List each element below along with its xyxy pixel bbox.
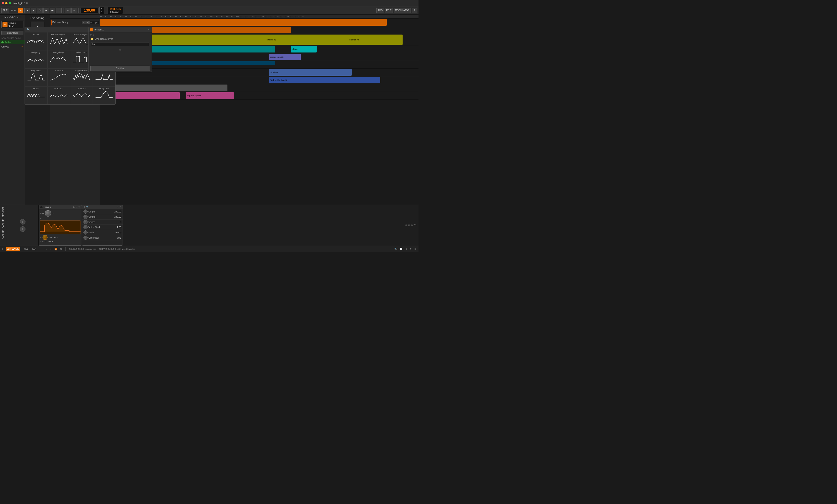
curves-plugin: Curves ⚙ ✕ ▼ 1.00 Hz ↔ (39, 205, 82, 246)
status-download-icon[interactable]: ⬇ (405, 248, 407, 250)
terrain-add-icon[interactable]: + (93, 34, 94, 36)
stop-button[interactable]: ■ (24, 8, 30, 13)
curve-cell-harm-triangles-i[interactable]: Harm-Triangles I (48, 32, 70, 50)
curve-cell-holy-stupa[interactable]: Holy Stupa (25, 69, 48, 86)
grid-icon-3: ⊞ (411, 224, 413, 227)
curve-cell-hedgehog-i[interactable]: Hedgehog I (25, 50, 48, 68)
edit-pencil-icon[interactable]: ✏ (40, 236, 42, 239)
glide-knob[interactable] (84, 236, 88, 240)
confirm-button[interactable]: Confirm (90, 66, 150, 71)
traffic-lights[interactable] (2, 2, 11, 4)
ruler-num-83: 83 (170, 16, 175, 18)
bar-position-display[interactable]: 99.3.2.36 3:02.003 (108, 7, 123, 14)
curve-cell-hedgehog-ii[interactable]: Hedgehog II (48, 50, 70, 68)
shift-hint: SHIFT+DOUBLE-CLICK Insert favorites (99, 248, 135, 250)
curve-cell-mirrored-ii[interactable]: Mirrored II (70, 86, 93, 104)
curve-waveform-5 (49, 54, 69, 64)
terrain-lfo-label: lfo (90, 47, 150, 53)
track-row-gray (100, 84, 418, 92)
status-file-icon[interactable]: 📄 (400, 248, 403, 250)
terrain-close-btn[interactable]: ✕ (148, 28, 150, 31)
curve-cell-moby-dick[interactable]: Moby Dick (93, 86, 115, 104)
ruler-num-131: 131 (290, 16, 295, 18)
loop-button[interactable]: ⟳ (37, 8, 42, 13)
output-value-2: 100.00 (114, 216, 121, 218)
close-button[interactable] (2, 2, 4, 4)
kickbass-solo-btn[interactable]: M (86, 21, 89, 24)
voices-knob[interactable] (84, 220, 88, 224)
help-button[interactable]: ? (412, 8, 417, 13)
mix-tab[interactable]: MIX (23, 247, 29, 250)
tool-select[interactable]: ■ (55, 248, 57, 250)
plugin-main-knob[interactable] (45, 210, 51, 217)
tab-close-icon[interactable]: ✕ (26, 2, 28, 4)
curve-cell-ghost[interactable]: Ghost (25, 32, 48, 50)
add-button[interactable]: ADD (376, 8, 384, 13)
output-knob-1[interactable] (84, 209, 88, 213)
file-button[interactable]: FILE (1, 8, 9, 13)
forward-button[interactable]: ⏭ (50, 8, 55, 13)
edit-tab[interactable]: EDIT (31, 247, 38, 250)
status-grid-icon[interactable]: ⊞ (414, 248, 416, 250)
tab-label: frosch_21* (13, 2, 25, 4)
terrain-search-input[interactable] (91, 42, 149, 46)
sc-glocken-clip[interactable]: SC for Glocken #3 (269, 77, 380, 83)
terrain-header: Terrain 1 ✕ (88, 27, 152, 32)
kaputte-clip-2[interactable]: kaputte sparse (186, 92, 234, 99)
mode-knob[interactable] (84, 230, 88, 235)
curve-cell-march[interactable]: March (25, 86, 48, 104)
bazille-tab[interactable]: BAZILLE (2, 219, 4, 228)
edit-toolbar-button[interactable]: EDIT (385, 8, 393, 13)
add-device-btn[interactable]: + (20, 219, 25, 224)
plugin-arrow-icon[interactable]: ▼ (78, 206, 80, 208)
metronome-button[interactable]: ♩ (56, 8, 61, 13)
modulator-button[interactable]: MODULATOR (394, 8, 411, 13)
plugin-settings-icon[interactable]: ⚙ (73, 206, 75, 208)
kickbass-name: Kickbass Group (52, 21, 81, 24)
gray-clip[interactable] (100, 85, 228, 91)
status-upload-icon[interactable]: ⬆ (410, 248, 412, 250)
glocken-clip[interactable]: Glocken (269, 69, 352, 76)
status-search-icon[interactable]: 🔍 (394, 248, 397, 250)
redo-button[interactable]: ↪ (71, 8, 77, 13)
shaker-clip-2[interactable]: shaker #2 (266, 35, 298, 45)
curve-cell-increase[interactable]: Increase (48, 69, 70, 86)
percussion-clip[interactable]: percussion #2 (269, 54, 301, 60)
kickbass-mute-btn[interactable]: S (82, 21, 85, 24)
glide-label: GlideMode (88, 237, 116, 239)
pencil-status-icon: ✏ (50, 248, 52, 250)
delay-knob[interactable] (42, 235, 48, 240)
plugin-close-icon[interactable]: ✕ (75, 206, 77, 208)
shaker-clip-3[interactable]: shaker #3 (349, 35, 377, 45)
plugin-double-arrow[interactable]: ↔ (40, 218, 42, 220)
project-tab[interactable]: PROJECT (2, 207, 4, 218)
arrange-tab[interactable]: ARRANGE (6, 247, 20, 250)
rewind-button[interactable]: ⏮ (43, 8, 49, 13)
record-button[interactable]: ● (31, 8, 36, 13)
cyan-clip-2[interactable]: ohh #1 (291, 46, 317, 53)
bpm-display[interactable]: 130.00 (80, 8, 99, 13)
kickbass-input[interactable]: No input (89, 21, 99, 24)
undo-button[interactable]: ↩ (65, 8, 71, 13)
delay-add-icon[interactable]: + (57, 236, 58, 239)
curves-arrow-icon[interactable]: → (21, 45, 23, 48)
show-help-button[interactable]: Show Help (1, 31, 23, 35)
minimize-button[interactable] (5, 2, 7, 4)
add-device-btn-2[interactable]: + (20, 226, 25, 232)
synth-arrow-icon[interactable]: ▼ (119, 206, 121, 208)
output-knob-2[interactable] (84, 215, 88, 219)
synth-search-icon[interactable]: 🔍 (86, 206, 89, 208)
terrain-path-row: 📁 My Library/Curves (90, 37, 150, 40)
maximize-button[interactable] (8, 2, 11, 4)
bazille-tab-2[interactable]: BAZILLE (2, 230, 4, 239)
synth-params-panel: ⊙ 🔍 ✕ ▼ Output 100.00 Output 100.00 Voic… (82, 205, 123, 246)
synth-close-icon[interactable]: ✕ (117, 206, 119, 208)
kickbass-color-bar (51, 20, 52, 25)
curve-cell-mirrored-i[interactable]: Mirrored I (48, 86, 70, 104)
voice-stack-knob[interactable] (84, 225, 88, 229)
status-sep2 (65, 247, 66, 251)
kickbass-clip[interactable] (100, 19, 387, 26)
play-button[interactable]: ▶ (18, 8, 23, 13)
terrain-search-area (90, 41, 150, 47)
ruler-num-123: 123 (270, 16, 275, 18)
